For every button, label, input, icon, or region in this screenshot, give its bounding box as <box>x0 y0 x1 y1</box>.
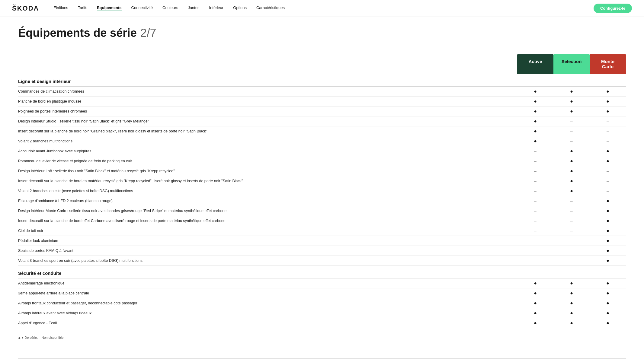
page-footer: Monte Carlo est une marque déposée par M… <box>18 358 626 362</box>
nav-finitions[interactable]: Finitions <box>53 5 68 11</box>
table-row: Volant 2 branches multifonctions●–– <box>18 136 626 146</box>
row-label: Antidémarrage électronique <box>18 278 517 288</box>
row-cell: – <box>590 166 626 176</box>
section-header: Ligne et design intérieur <box>18 74 626 87</box>
nav-options[interactable]: Options <box>233 5 247 11</box>
row-cell: ● <box>553 156 590 166</box>
row-cell: ● <box>590 256 626 266</box>
table-row: Seuils de portes KAMIQ à l'avant––● <box>18 246 626 256</box>
nav-couleurs[interactable]: Couleurs <box>162 5 178 11</box>
row-cell: ● <box>553 97 590 106</box>
row-cell: – <box>517 256 553 266</box>
row-cell: – <box>517 186 553 196</box>
row-label: Airbags frontaux conducteur et passager,… <box>18 298 517 308</box>
row-cell: – <box>553 116 590 126</box>
row-cell: ● <box>590 146 626 156</box>
row-cell: ● <box>590 216 626 226</box>
row-label: Airbags latéraux avant avec airbags ride… <box>18 308 517 318</box>
table-row: Ciel de toit noir––● <box>18 226 626 236</box>
main-nav: ŠKODA Finitions Tarifs Equipements Conne… <box>0 0 644 17</box>
configurez-button[interactable]: Configurez-le <box>594 4 632 13</box>
row-cell: ● <box>590 206 626 216</box>
row-label: Volant 2 branches en cuir (avec palettes… <box>18 186 517 196</box>
table-row: 3ème appui-tête arrière à la place centr… <box>18 288 626 298</box>
table-row: Poignées de portes intérieures chromées●… <box>18 106 626 116</box>
row-cell: ● <box>517 298 553 308</box>
row-cell: ● <box>517 308 553 318</box>
row-label: Volant 2 branches multifonctions <box>18 136 517 146</box>
row-label: Planche de bord en plastique moussé <box>18 97 517 106</box>
nav-links: Finitions Tarifs Equipements Connectivit… <box>53 5 593 11</box>
row-cell: ● <box>590 278 626 288</box>
table-row: Insert décoratif sur la planche de bord … <box>18 176 626 186</box>
row-cell: ● <box>590 236 626 246</box>
col-header-monte-carlo: MonteCarlo <box>590 54 626 74</box>
table-row: Eclairage d'ambiance à LED 2 couleurs (b… <box>18 196 626 206</box>
table-row: Pommeau de levier de vitesse et poignée … <box>18 156 626 166</box>
col-header-active: Active <box>517 54 553 74</box>
row-cell: ● <box>553 176 590 186</box>
row-cell: ● <box>590 196 626 206</box>
page-content: Équipements de série 2/7 Active Selectio… <box>0 17 644 362</box>
nav-connectivite[interactable]: Connectivité <box>131 5 153 11</box>
row-label: Commandes de climatisation chromées <box>18 87 517 97</box>
footnote: ● ● De série, – Non disponible. <box>18 335 626 340</box>
row-cell: ● <box>517 126 553 136</box>
row-cell: ● <box>553 146 590 156</box>
table-row: Pédalier look aluminium––● <box>18 236 626 246</box>
row-cell: – <box>590 176 626 186</box>
row-cell: ● <box>590 288 626 298</box>
table-row: Appel d'urgence - Ecall●●● <box>18 318 626 328</box>
row-cell: ● <box>553 298 590 308</box>
row-cell: – <box>517 156 553 166</box>
page-title-main: Équipements de série <box>18 27 137 40</box>
row-cell: – <box>590 136 626 146</box>
row-cell: – <box>553 226 590 236</box>
row-cell: ● <box>517 87 553 97</box>
row-cell: ● <box>553 166 590 176</box>
table-row: Design intérieur Monte Carlo : sellerie … <box>18 206 626 216</box>
row-cell: ● <box>553 308 590 318</box>
row-label: 3ème appui-tête arrière à la place centr… <box>18 288 517 298</box>
row-cell: ● <box>590 87 626 97</box>
row-cell: ● <box>590 156 626 166</box>
row-cell: ● <box>590 226 626 236</box>
row-cell: – <box>517 216 553 226</box>
nav-equipements[interactable]: Equipements <box>97 5 122 11</box>
row-cell: ● <box>553 318 590 328</box>
row-cell: – <box>590 126 626 136</box>
row-label: Eclairage d'ambiance à LED 2 couleurs (b… <box>18 196 517 206</box>
section-header: Sécurité et conduite <box>18 266 626 278</box>
row-cell: ● <box>517 318 553 328</box>
row-cell: – <box>553 216 590 226</box>
row-cell: – <box>553 196 590 206</box>
nav-tarifs[interactable]: Tarifs <box>78 5 87 11</box>
row-cell: – <box>517 196 553 206</box>
row-label: Pommeau de levier de vitesse et poignée … <box>18 156 517 166</box>
row-cell: ● <box>553 106 590 116</box>
row-cell: ● <box>553 278 590 288</box>
row-label: Insert décoratif sur la planche de bord … <box>18 176 517 186</box>
row-cell: ● <box>590 298 626 308</box>
table-row: Accoudoir avant Jumbobox avec surpiqûres… <box>18 146 626 156</box>
nav-caracteristiques[interactable]: Caractéristiques <box>256 5 285 11</box>
row-cell: ● <box>517 278 553 288</box>
page-title-sub: 2/7 <box>140 27 156 40</box>
row-cell: – <box>517 206 553 216</box>
table-row: Insert décoratif sur la planche de bord … <box>18 216 626 226</box>
nav-interieur[interactable]: Intérieur <box>209 5 223 11</box>
row-cell: ● <box>590 246 626 256</box>
table-row: Design intérieur Loft : sellerie tissu n… <box>18 166 626 176</box>
row-cell: – <box>553 256 590 266</box>
nav-jantes[interactable]: Jantes <box>188 5 199 11</box>
row-label: Seuils de portes KAMIQ à l'avant <box>18 246 517 256</box>
row-cell: ● <box>517 116 553 126</box>
row-cell: ● <box>553 288 590 298</box>
table-row: Planche de bord en plastique moussé●●● <box>18 97 626 106</box>
row-cell: – <box>517 226 553 236</box>
row-cell: – <box>590 186 626 196</box>
row-cell: ● <box>590 97 626 106</box>
row-label: Appel d'urgence - Ecall <box>18 318 517 328</box>
row-label: Volant 3 branches sport en cuir (avec pa… <box>18 256 517 266</box>
row-cell: ● <box>517 288 553 298</box>
